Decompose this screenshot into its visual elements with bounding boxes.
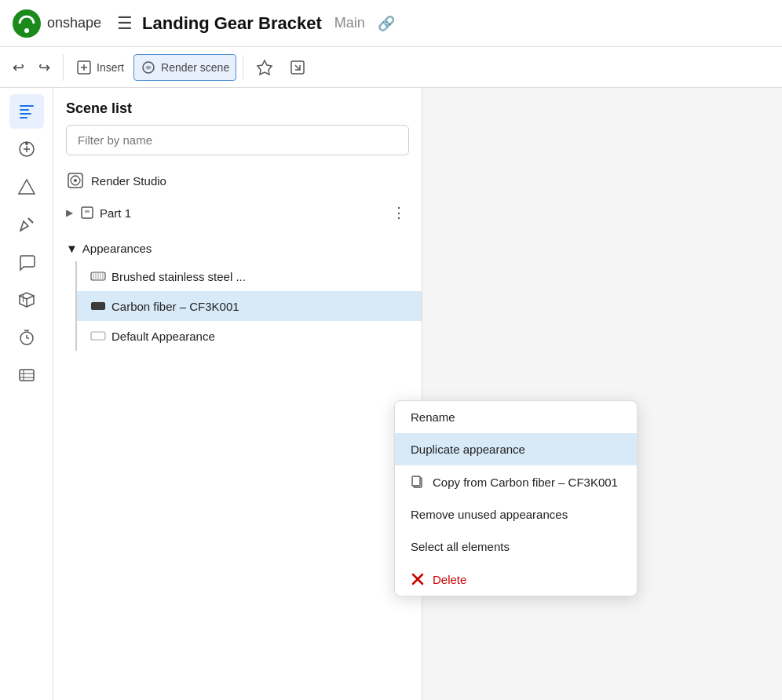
appearance-item-default[interactable]: Default Appearance (77, 321, 422, 351)
spacer (53, 229, 422, 235)
ctx-rename-label: Rename (411, 410, 455, 424)
svg-rect-12 (20, 117, 27, 118)
default-material-icon (90, 327, 107, 345)
ctx-copy-label: Copy from Carbon fiber – CF3K001 (433, 476, 618, 489)
svg-rect-9 (20, 105, 34, 107)
appearances-children-wrap: Brushed stainless steel ... Carbon fiber… (53, 261, 422, 351)
logo: onshape (13, 9, 101, 38)
toolbar-icon2-button[interactable] (283, 54, 312, 81)
svg-rect-10 (20, 109, 29, 111)
ctx-rename[interactable]: Rename (395, 401, 637, 433)
sidebar-item-paint[interactable] (9, 207, 44, 242)
toolbar-undo-redo: ↩ ↪ (6, 54, 64, 81)
ctx-remove-unused[interactable]: Remove unused appearances (395, 498, 637, 530)
svg-line-8 (295, 65, 300, 70)
copy-icon (411, 475, 425, 489)
undo-icon: ↩ (13, 59, 24, 76)
svg-line-18 (28, 218, 33, 223)
ctx-delete[interactable]: Delete (395, 563, 637, 596)
appearance-item-brushed[interactable]: Brushed stainless steel ... (77, 261, 422, 291)
render-scene-button[interactable]: Render scene (133, 54, 236, 81)
document-title: Landing Gear Bracket (142, 13, 322, 34)
toolbar-divider (243, 55, 243, 80)
render-settings-icon (256, 59, 273, 76)
redo-button[interactable]: ↪ (32, 54, 57, 81)
menu-hamburger-icon[interactable]: ☰ (117, 13, 133, 34)
main-content-area (422, 88, 782, 700)
ctx-remove-label: Remove unused appearances (411, 508, 568, 521)
ctx-copy-from[interactable]: Copy from Carbon fiber – CF3K001 (395, 465, 637, 498)
sidebar-item-add[interactable] (9, 132, 44, 166)
ctx-duplicate[interactable]: Duplicate appearance (395, 433, 637, 465)
brushed-material-icon (90, 268, 107, 285)
sidebar-item-material[interactable] (9, 170, 44, 204)
insert-label: Insert (97, 61, 124, 74)
sidebar-item-scene-list[interactable] (9, 94, 44, 129)
render-studio-row[interactable]: Render Studio (53, 165, 422, 196)
insert-icon (76, 60, 92, 75)
appearances-header[interactable]: ▼ Appearances (53, 235, 422, 261)
render-studio-label: Render Studio (91, 174, 166, 188)
ctx-delete-label: Delete (433, 573, 466, 586)
svg-marker-6 (258, 60, 272, 75)
appearances-label: Appearances (82, 242, 152, 255)
svg-rect-46 (412, 476, 420, 486)
logo-text: onshape (47, 15, 101, 31)
part1-expand-icon[interactable]: ▶ (66, 207, 73, 218)
appearance-item-carbon[interactable]: Carbon fiber – CF3K001 (77, 291, 422, 321)
sidebar-item-package[interactable] (9, 283, 44, 317)
insert-button[interactable]: Insert (70, 55, 130, 80)
svg-point-16 (25, 142, 28, 145)
brushed-label: Brushed stainless steel ... (111, 270, 409, 283)
export-icon (289, 59, 306, 76)
part1-row[interactable]: ▶ Part 1 ⋮ (53, 196, 422, 229)
carbon-material-icon (90, 297, 107, 315)
filter-input-wrap (53, 125, 422, 165)
delete-icon (411, 572, 425, 586)
toolbar: ↩ ↪ Insert Render scene (0, 47, 782, 88)
onshape-logo-icon (13, 9, 41, 38)
header: onshape ☰ Landing Gear Bracket Main 🔗 (0, 0, 782, 47)
svg-point-30 (74, 179, 77, 182)
filter-input[interactable] (66, 125, 409, 155)
toolbar-icon1-button[interactable] (250, 54, 280, 81)
render-scene-label: Render scene (161, 61, 229, 74)
undo-button[interactable]: ↩ (6, 54, 31, 81)
sidebar-icons (0, 88, 53, 700)
default-label: Default Appearance (111, 330, 409, 343)
ctx-select-all[interactable]: Select all elements (395, 530, 637, 563)
sidebar-item-comment[interactable] (9, 245, 44, 279)
part1-icon (79, 205, 95, 221)
render-studio-icon (66, 171, 85, 190)
sidebar-item-timer[interactable] (9, 320, 44, 355)
context-menu: Rename Duplicate appearance Copy from Ca… (394, 400, 638, 596)
svg-rect-11 (20, 113, 31, 115)
svg-point-0 (13, 9, 41, 38)
scene-panel: Scene list Render Studio ▶ Part 1 ⋮ ▼ Ap… (53, 88, 422, 700)
redo-icon: ↪ (38, 59, 50, 76)
svg-marker-17 (19, 180, 35, 194)
ctx-select-all-label: Select all elements (411, 540, 510, 553)
part1-label: Part 1 (100, 206, 384, 220)
svg-rect-44 (91, 332, 105, 340)
sidebar-item-list[interactable] (9, 358, 44, 392)
branch-label: Main (334, 15, 365, 31)
link-icon[interactable]: 🔗 (378, 15, 395, 32)
appearances-children: Brushed stainless steel ... Carbon fiber… (77, 261, 422, 351)
svg-rect-25 (20, 370, 34, 381)
scene-panel-title: Scene list (53, 88, 422, 125)
svg-point-1 (24, 28, 29, 33)
render-scene-icon (141, 60, 156, 75)
appearances-expand-icon[interactable]: ▼ (66, 242, 78, 255)
part1-more-icon[interactable]: ⋮ (389, 202, 409, 223)
ctx-duplicate-label: Duplicate appearance (411, 443, 525, 456)
carbon-label: Carbon fiber – CF3K001 (111, 300, 409, 313)
